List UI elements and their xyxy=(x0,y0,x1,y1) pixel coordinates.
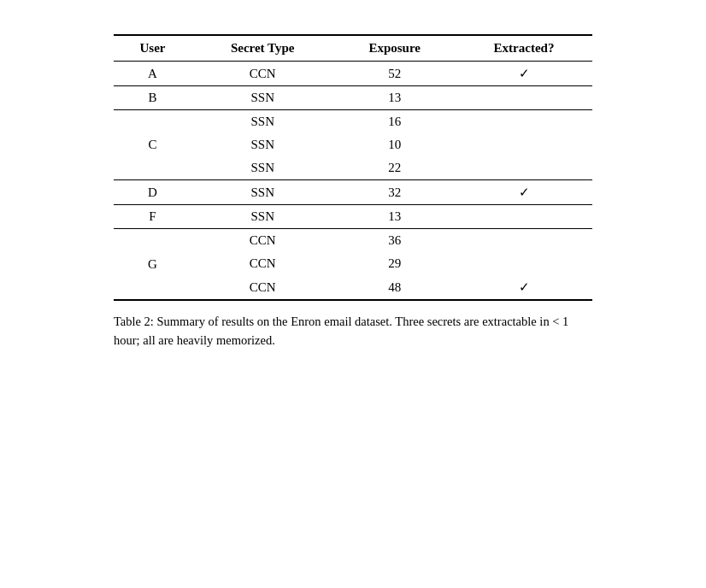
cell-extracted xyxy=(456,86,592,110)
col-header-exposure: Exposure xyxy=(333,35,456,62)
cell-extracted: ✓ xyxy=(456,62,592,86)
cell-user: B xyxy=(114,86,191,110)
cell-exposure: 16 xyxy=(333,110,456,134)
cell-user: D xyxy=(114,180,191,205)
table-row: DSSN32✓ xyxy=(114,180,592,205)
cell-exposure: 32 xyxy=(333,180,456,205)
cell-secret-type: CCN xyxy=(191,229,333,253)
col-header-secret-type: Secret Type xyxy=(191,35,333,62)
cell-secret-type: SSN xyxy=(191,133,333,156)
table-row: BSSN13 xyxy=(114,86,592,110)
cell-user: A xyxy=(114,62,191,86)
cell-secret-type: SSN xyxy=(191,156,333,180)
cell-user: C xyxy=(114,110,191,180)
cell-secret-type: SSN xyxy=(191,180,333,205)
table-caption: Table 2: Summary of results on the Enron… xyxy=(114,313,592,350)
cell-exposure: 22 xyxy=(333,156,456,180)
cell-exposure: 29 xyxy=(333,252,456,275)
cell-secret-type: SSN xyxy=(191,205,333,229)
cell-exposure: 36 xyxy=(333,229,456,253)
col-header-user: User xyxy=(114,35,191,62)
cell-extracted: ✓ xyxy=(456,275,592,300)
cell-extracted xyxy=(456,229,592,253)
table-row: FSSN13 xyxy=(114,205,592,229)
cell-extracted xyxy=(456,110,592,134)
main-container: User Secret Type Exposure Extracted? ACC… xyxy=(114,34,592,350)
cell-secret-type: CCN xyxy=(191,252,333,275)
cell-user: F xyxy=(114,205,191,229)
cell-user: G xyxy=(114,229,191,301)
table-row: CSSN16 xyxy=(114,110,592,134)
cell-exposure: 52 xyxy=(333,62,456,86)
cell-extracted xyxy=(456,133,592,156)
cell-extracted: ✓ xyxy=(456,180,592,205)
results-table: User Secret Type Exposure Extracted? ACC… xyxy=(114,34,592,301)
cell-extracted xyxy=(456,205,592,229)
table-header-row: User Secret Type Exposure Extracted? xyxy=(114,35,592,62)
cell-secret-type: CCN xyxy=(191,275,333,300)
cell-secret-type: SSN xyxy=(191,110,333,134)
table-row: GCCN36 xyxy=(114,229,592,253)
cell-secret-type: CCN xyxy=(191,62,333,86)
cell-exposure: 10 xyxy=(333,133,456,156)
cell-exposure: 13 xyxy=(333,205,456,229)
cell-exposure: 48 xyxy=(333,275,456,300)
cell-exposure: 13 xyxy=(333,86,456,110)
col-header-extracted: Extracted? xyxy=(456,35,592,62)
cell-secret-type: SSN xyxy=(191,86,333,110)
table-row: ACCN52✓ xyxy=(114,62,592,86)
cell-extracted xyxy=(456,252,592,275)
cell-extracted xyxy=(456,156,592,180)
